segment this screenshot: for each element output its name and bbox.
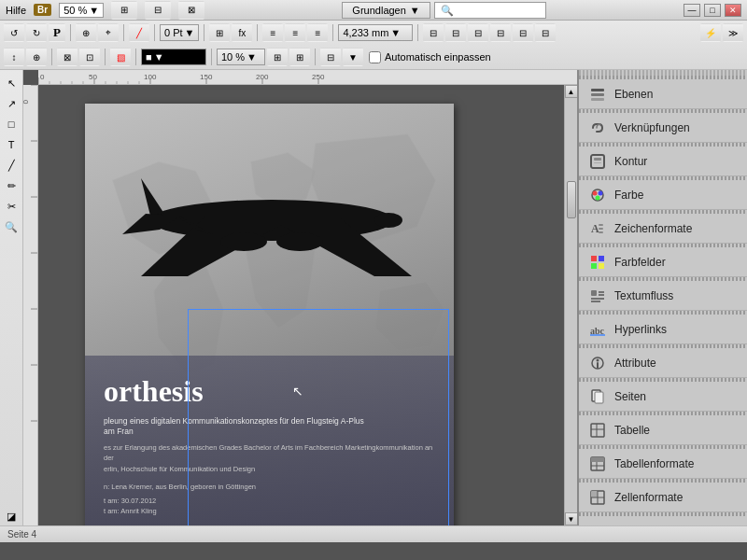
main-area: ↖ ↗ □ T ╱ ✏ ✂ 🔍 ◪ 0 50 100 150 2 (0, 70, 747, 525)
mm-input[interactable]: 4,233 mm ▼ (338, 24, 413, 41)
auto-einpassen-label: Automatisch einpassen (385, 51, 491, 63)
panel-item-zeichenformate[interactable]: A Zeichenformate (579, 214, 747, 244)
undo-btn[interactable]: ↺ (4, 23, 24, 42)
dropdown-arrow[interactable]: ▼ (343, 48, 363, 66)
menu-hilfe[interactable]: Hilfe (6, 5, 26, 16)
pt-dropdown[interactable]: 0 Pt ▼ (160, 24, 199, 41)
airplane-svg (113, 132, 430, 309)
tool-btn6[interactable]: ⊟ (423, 23, 444, 42)
view-btn3[interactable]: ⊠ (178, 1, 204, 20)
panel-item-verknuepfungen[interactable]: Verknüpfungen (579, 113, 747, 143)
scroll-down-btn[interactable]: ▼ (565, 512, 578, 525)
minimize-btn[interactable]: — (684, 4, 700, 17)
svg-text:A: A (591, 222, 599, 235)
tool-btn5[interactable]: fx (232, 23, 252, 42)
panel-item-tabelle[interactable]: Tabelle (579, 415, 747, 445)
panel-item-seiten[interactable]: Seiten (579, 382, 747, 412)
scrollbar-track[interactable] (565, 98, 577, 512)
zoom-tool[interactable]: 🔍 (2, 217, 21, 236)
tool2-btn4[interactable]: ⊡ (79, 48, 100, 66)
maximize-btn[interactable]: □ (704, 4, 721, 17)
sep3 (154, 24, 155, 41)
pct-dropdown[interactable]: 10 % ▼ (217, 49, 265, 65)
color-swatch[interactable]: ■ ▼ (141, 49, 206, 65)
align-btn1[interactable]: ≡ (262, 23, 283, 42)
sep1 (70, 24, 71, 41)
text-tool-btn[interactable]: P (49, 23, 65, 42)
panel-label-seiten: Seiten (614, 390, 646, 403)
zoom-select[interactable]: 50 % ▼ (59, 3, 104, 18)
select-tool[interactable]: ↖ (2, 74, 21, 92)
svg-rect-37 (591, 155, 604, 168)
panel-item-tabellenformate[interactable]: Tabellenformate (579, 449, 747, 479)
canvas-with-ruler: 0 (23, 85, 577, 525)
search-input[interactable] (434, 2, 546, 19)
tool2-btn5[interactable]: ▧ (110, 48, 131, 66)
line-tool[interactable]: ╱ (2, 156, 21, 175)
svg-rect-34 (591, 89, 604, 91)
panel-item-textumfluss[interactable]: Textumfluss (579, 281, 747, 311)
extra-btn[interactable]: ≫ (723, 23, 743, 42)
scroll-up-btn[interactable]: ▲ (565, 85, 578, 98)
pen-tool[interactable]: ✏ (2, 176, 21, 195)
panel-item-farbfelder[interactable]: Farbfelder (579, 247, 747, 277)
document-page: orthesis pleung eines digitalen Kommunik… (85, 104, 454, 525)
align-btn2[interactable]: ≡ (285, 23, 305, 42)
color-icon (588, 186, 607, 204)
align-btn4[interactable]: ⊞ (267, 48, 288, 66)
direct-select-tool[interactable]: ↗ (2, 94, 21, 113)
sep12 (315, 49, 316, 65)
view-btn2[interactable]: ⊟ (145, 1, 171, 20)
ruler-top: 0 50 100 150 200 250 (38, 70, 577, 85)
tool2-btn2[interactable]: ⊕ (26, 48, 47, 66)
type-tool[interactable]: T (2, 135, 21, 154)
panel-item-farbe[interactable]: Farbe (579, 180, 747, 210)
tool-btn2[interactable]: ⌖ (98, 23, 119, 42)
panel-item-attribute[interactable]: Attribute (579, 348, 747, 378)
scrollbar-vertical[interactable]: ▲ ▼ (564, 85, 577, 525)
close-btn[interactable]: ✕ (725, 4, 741, 17)
sep10 (135, 49, 136, 65)
tool-btn11[interactable]: ⊟ (535, 23, 556, 42)
panel-item-kontur[interactable]: Kontur (579, 147, 747, 176)
tool2-btn3[interactable]: ⊠ (57, 48, 78, 66)
tool-btn1[interactable]: ⊕ (76, 23, 96, 42)
tool2-btn6[interactable]: ⊟ (320, 48, 341, 66)
sep2 (123, 24, 124, 41)
panel-item-hyperlinks[interactable]: abc Hyperlinks (579, 315, 747, 344)
align-btn3[interactable]: ≡ (307, 23, 328, 42)
tool-btn4[interactable]: ⊞ (209, 23, 230, 42)
svg-text:50: 50 (89, 73, 97, 81)
canvas-area[interactable]: orthesis pleung eines digitalen Kommunik… (38, 85, 564, 525)
fill-stroke-indicator[interactable]: ◪ (2, 507, 21, 525)
text-wrap-icon (588, 287, 607, 305)
canvas-container: 0 50 100 150 200 250 (23, 70, 577, 525)
redo-btn[interactable]: ↻ (26, 23, 47, 42)
toolbar-row2: ↕ ⊕ ⊠ ⊡ ▧ ■ ▼ 10 % ▼ ⊞ ⊞ ⊟ ▼ Automatisch… (0, 45, 747, 69)
panel-item-zellenformate[interactable]: Zellenformate (579, 483, 747, 512)
tool-btn10[interactable]: ⊟ (513, 23, 533, 42)
svg-rect-46 (599, 228, 603, 230)
rect-tool[interactable]: □ (2, 115, 21, 133)
doc-title: orthesis (104, 374, 435, 409)
panel-item-ebenen[interactable]: Ebenen (579, 79, 747, 109)
tool-btn3[interactable]: ╱ (129, 23, 149, 42)
table-icon (588, 421, 607, 440)
svg-text:250: 250 (312, 73, 325, 81)
svg-point-32 (220, 232, 267, 251)
grundlagen-dropdown[interactable]: Grundlagen ▼ (342, 2, 430, 19)
tool-btn9[interactable]: ⊟ (490, 23, 511, 42)
tool-btn8[interactable]: ⊟ (468, 23, 488, 42)
scissors-tool[interactable]: ✂ (2, 197, 21, 216)
search-area: Grundlagen ▼ (342, 2, 545, 19)
auto-einpassen-checkbox[interactable] (369, 51, 381, 63)
align-btn5[interactable]: ⊞ (289, 48, 310, 66)
left-toolbar: ↖ ↗ □ T ╱ ✏ ✂ 🔍 ◪ (0, 70, 23, 525)
tool-btn7[interactable]: ⊟ (445, 23, 466, 42)
svg-point-43 (596, 195, 600, 200)
view-options-btn[interactable]: ⊞ (111, 1, 137, 20)
scrollbar-thumb[interactable] (567, 181, 576, 218)
tool2-btn1[interactable]: ↕ (4, 48, 24, 66)
lightning-btn[interactable]: ⚡ (700, 23, 721, 42)
doc-info-1: es zur Erlangung des akademischen Grades… (104, 442, 435, 517)
